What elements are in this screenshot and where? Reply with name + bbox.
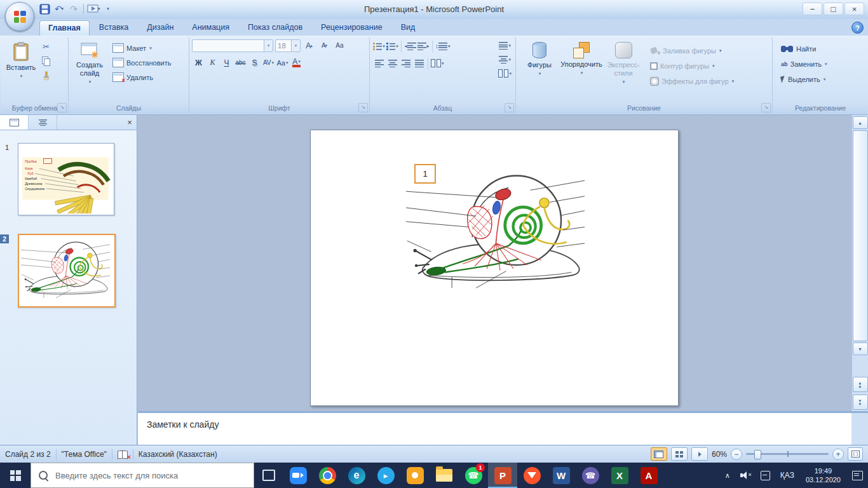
- minimize-button[interactable]: −: [803, 3, 822, 15]
- callout-box-1[interactable]: 1: [414, 164, 436, 184]
- help-button[interactable]: ?: [851, 22, 864, 34]
- slide-2-thumbnail[interactable]: [18, 234, 116, 308]
- decrease-indent-button[interactable]: ◂: [403, 39, 417, 53]
- zoom-slider[interactable]: [746, 453, 829, 455]
- columns-button[interactable]: ▾: [430, 57, 445, 70]
- arrange-button[interactable]: Упорядочить ▾: [560, 39, 602, 100]
- tab-outline[interactable]: [29, 115, 57, 130]
- search-input[interactable]: [54, 470, 234, 481]
- show-hidden-icons-button[interactable]: ∧: [720, 463, 735, 488]
- taskbar-item-acrobat[interactable]: A: [634, 463, 663, 488]
- spellcheck-icon[interactable]: ×: [118, 451, 128, 458]
- slide-1-thumbnail[interactable]: Пробка Кора Луб Камбий Древесина Сердцев…: [18, 143, 114, 215]
- line-spacing-button[interactable]: ↕▾: [435, 39, 451, 53]
- save-button[interactable]: [38, 3, 51, 15]
- font-size-dropdown-icon[interactable]: ▾: [291, 40, 300, 51]
- scroll-up-button[interactable]: ▲: [853, 116, 868, 129]
- shrink-font-button[interactable]: А▾: [318, 39, 331, 52]
- tab-view[interactable]: Вид: [392, 20, 424, 36]
- slide-sorter-button[interactable]: [671, 447, 688, 461]
- language-switcher[interactable]: ҚАЗ: [775, 463, 799, 488]
- clipboard-dialog-launcher-icon[interactable]: ↘: [57, 103, 67, 112]
- undo-button[interactable]: ↶ ▾: [53, 3, 65, 15]
- slideshow-view-button[interactable]: [691, 447, 708, 461]
- taskbar-item-yellow-app[interactable]: [400, 463, 430, 488]
- taskbar-item-word[interactable]: W: [546, 463, 576, 488]
- next-slide-button[interactable]: ▼ ▼: [853, 395, 868, 410]
- format-painter-button[interactable]: [39, 69, 53, 83]
- layout-button[interactable]: Макет ▾: [111, 41, 173, 55]
- new-slide-button[interactable]: Создать слайд ▾: [71, 39, 108, 100]
- previous-slide-button[interactable]: ▲ ▲: [853, 377, 868, 392]
- copy-button[interactable]: [39, 55, 53, 68]
- slide-2-canvas[interactable]: 1: [310, 130, 679, 406]
- increase-indent-button[interactable]: ▸: [417, 39, 430, 53]
- text-shadow-button[interactable]: S: [248, 56, 261, 69]
- quick-styles-button[interactable]: Экспресс-стили ▾: [602, 39, 644, 100]
- grow-font-button[interactable]: А▴: [302, 39, 316, 52]
- font-size-combobox[interactable]: 18 ▾: [275, 39, 301, 52]
- action-center-button[interactable]: [847, 463, 868, 488]
- change-case-button[interactable]: Aa ▾: [276, 56, 289, 69]
- taskbar-item-powerpoint[interactable]: P: [488, 463, 517, 488]
- zoom-slider-thumb[interactable]: [754, 450, 761, 459]
- align-center-button[interactable]: [386, 57, 399, 70]
- slideshow-from-start-button[interactable]: ▾: [87, 3, 100, 15]
- zoom-out-button[interactable]: −: [731, 449, 742, 460]
- tab-home[interactable]: Главная: [39, 20, 90, 36]
- bullets-button[interactable]: ▾: [372, 39, 386, 53]
- notes-pane[interactable]: Заметки к слайду: [138, 411, 851, 445]
- tab-review[interactable]: Рецензирование: [312, 20, 391, 36]
- shape-outline-button[interactable]: Контур фигуры ▾: [648, 59, 736, 72]
- align-text-button[interactable]: ▾: [498, 53, 512, 66]
- find-button[interactable]: Найти: [779, 42, 865, 55]
- drawing-dialog-launcher-icon[interactable]: ↘: [761, 103, 771, 112]
- convert-to-smartart-button[interactable]: ▾: [498, 67, 512, 80]
- text-direction-button[interactable]: ▾: [498, 39, 512, 52]
- maximize-button[interactable]: □: [824, 3, 843, 15]
- font-color-button[interactable]: А ▾: [290, 56, 303, 69]
- zoom-level[interactable]: 60%: [712, 450, 727, 459]
- taskbar-item-explorer[interactable]: [430, 463, 459, 488]
- cut-button[interactable]: ✂: [39, 40, 53, 53]
- normal-view-button[interactable]: [651, 447, 667, 461]
- character-spacing-button[interactable]: AV ▾: [262, 56, 275, 69]
- align-right-button[interactable]: [399, 57, 412, 70]
- taskbar-item-video-app[interactable]: [283, 463, 313, 488]
- justify-button[interactable]: [412, 57, 426, 70]
- font-name-dropdown-icon[interactable]: ▾: [264, 40, 273, 51]
- pen-settings-button[interactable]: [756, 463, 775, 488]
- taskbar-item-purple-app[interactable]: ☎: [576, 463, 605, 488]
- taskbar-item-brave[interactable]: [517, 463, 546, 488]
- shapes-button[interactable]: Фигуры ▾: [519, 39, 560, 100]
- task-view-button[interactable]: [254, 463, 283, 488]
- bold-button[interactable]: Ж: [192, 56, 205, 69]
- replace-button[interactable]: ab Заменить ▾: [779, 57, 865, 71]
- taskbar-item-edge[interactable]: e: [342, 463, 371, 488]
- italic-button[interactable]: К: [206, 56, 219, 69]
- taskbar-item-chrome[interactable]: [313, 463, 342, 488]
- taskbar-item-telegram[interactable]: ▸: [371, 463, 400, 488]
- tab-slides-thumbnails[interactable]: [0, 115, 29, 130]
- zoom-in-button[interactable]: +: [832, 449, 844, 460]
- start-button[interactable]: [0, 463, 31, 488]
- delete-slide-button[interactable]: × Удалить: [111, 71, 173, 84]
- tab-insert[interactable]: Вставка: [90, 20, 137, 36]
- reset-slide-button[interactable]: Восстановить: [111, 56, 173, 69]
- taskbar-item-whatsapp[interactable]: ☎ 1: [459, 463, 488, 488]
- customize-qat-button[interactable]: ▾: [102, 3, 115, 15]
- font-dialog-launcher-icon[interactable]: ↘: [358, 103, 368, 112]
- office-button[interactable]: [5, 2, 34, 31]
- taskbar-item-excel[interactable]: X: [605, 463, 634, 488]
- tab-animation[interactable]: Анимация: [183, 20, 238, 36]
- shape-fill-button[interactable]: Заливка фигуры ▾: [648, 44, 736, 57]
- shape-effects-button[interactable]: Эффекты для фигур ▾: [648, 74, 736, 88]
- redo-button[interactable]: ↷: [67, 3, 80, 15]
- taskbar-clock[interactable]: 19:49 03.12.2020: [799, 463, 847, 488]
- select-button[interactable]: Выделить ▾: [779, 72, 865, 86]
- close-pane-button[interactable]: ×: [123, 115, 137, 130]
- paragraph-dialog-launcher-icon[interactable]: ↘: [505, 103, 514, 112]
- language-indicator[interactable]: Казахский (Казахстан): [139, 450, 217, 459]
- paste-button[interactable]: Вставить ▾: [4, 39, 38, 100]
- tab-design[interactable]: Дизайн: [138, 20, 182, 36]
